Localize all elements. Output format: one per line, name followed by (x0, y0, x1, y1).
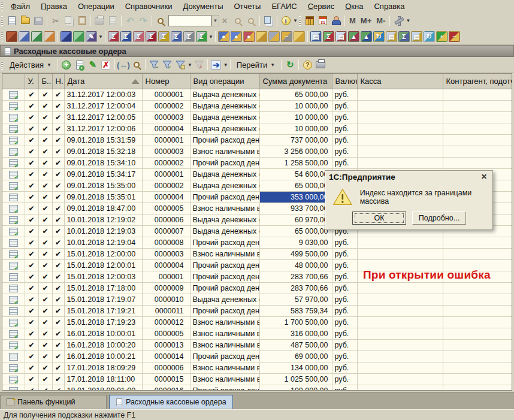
cell-num[interactable]: 0000002 (142, 180, 190, 191)
set-date-interval-icon[interactable]: (↔) (117, 59, 129, 71)
cell-amt[interactable]: 316 000,00 (259, 328, 332, 339)
sigma-person-blue-icon[interactable]: Σ (120, 31, 132, 42)
calculator-icon[interactable] (304, 15, 316, 27)
cell-type[interactable]: Выдача денежных с... (190, 111, 259, 123)
cell-date[interactable]: 09.01.2018 15:35:01 (64, 191, 142, 203)
cell-date[interactable]: 15.01.2018 12:00:00 (64, 248, 142, 259)
cell-num[interactable]: 0000004 (142, 191, 190, 203)
cell-date[interactable]: 31.12.2017 12:00:03 (64, 89, 142, 100)
cell-type[interactable]: Взнос наличными в ... (190, 316, 259, 328)
toolbar-grip[interactable] (1, 16, 3, 26)
cell-amt[interactable]: 65 000,00 (259, 225, 332, 237)
cell-date[interactable]: 16.01.2018 10:00:01 (64, 328, 142, 339)
table-row[interactable]: ✔✔✔31.12.2017 12:00:030000001Выдача дене… (2, 89, 512, 100)
toolbar-grip[interactable] (1, 60, 3, 70)
cell-type[interactable]: Прочий расход дене... (190, 305, 259, 316)
cell-num[interactable]: 000001 (142, 271, 190, 282)
cell-type[interactable]: Прочий расход дене... (190, 282, 259, 294)
journal-edit-icon-dropdown[interactable]: ▼ (98, 34, 103, 40)
cell-amt[interactable]: 10 000,00 (259, 123, 332, 134)
sigma-chart-red-icon[interactable]: Σ (323, 31, 334, 42)
table-row[interactable]: ✔✔✔15.01.2018 17:19:070000010Выдача дене… (2, 294, 512, 305)
cell-date[interactable]: 15.01.2018 17:19:23 (64, 316, 142, 328)
cell-ctr[interactable] (443, 339, 512, 350)
cell-num[interactable]: 0000016 (142, 385, 190, 391)
cell-amt[interactable]: 69 000,00 (259, 350, 332, 362)
cell-amt[interactable]: 583 759,34 (259, 305, 332, 316)
cell-type[interactable]: Выдача денежных с... (190, 168, 259, 180)
cell-ctr[interactable] (443, 123, 512, 134)
cell-kassa[interactable] (357, 305, 443, 316)
sigma-doc-blue-icon[interactable]: Σ (171, 31, 182, 42)
actions-menu-button[interactable]: Действия▼ (5, 59, 56, 71)
memory-subtract-button[interactable]: M- (374, 16, 388, 25)
cell-ctr[interactable] (443, 316, 512, 328)
cell-num[interactable]: 0000010 (142, 294, 190, 305)
add-coins-icon[interactable]: + (436, 31, 448, 42)
column-currency[interactable]: Валюта (332, 74, 357, 89)
cell-num[interactable]: 0000011 (142, 305, 190, 316)
cell-date[interactable]: 31.12.2017 12:00:04 (64, 100, 142, 111)
cell-cur[interactable]: руб. (332, 111, 357, 123)
cell-date[interactable]: 09.01.2018 15:32:18 (64, 146, 142, 157)
user-settings-icon[interactable] (330, 15, 342, 27)
payroll-sheet-icon[interactable] (73, 31, 84, 42)
cell-num[interactable]: 0000009 (142, 282, 190, 294)
menu-item-документы[interactable]: Документы (177, 1, 228, 12)
cell-type[interactable]: Взнос наличными в ... (190, 373, 259, 385)
table-row[interactable]: ✔✔✔15.01.2018 12:00:000000003Взнос налич… (2, 248, 512, 259)
sigma-check-green-icon-dropdown[interactable]: ▼ (208, 34, 213, 40)
cell-amt[interactable]: 737 000,00 (259, 134, 332, 146)
cell-kassa[interactable] (357, 339, 443, 350)
cell-cur[interactable]: руб. (332, 350, 357, 362)
cell-num[interactable]: 0000003 (142, 248, 190, 259)
table-row[interactable]: ✔✔✔15.01.2018 17:18:000000009Прочий расх… (2, 282, 512, 294)
sigma-person-red-icon[interactable]: Σ (108, 31, 119, 42)
print-form-blue-icon[interactable] (19, 31, 30, 42)
cell-cur[interactable]: руб. (332, 316, 357, 328)
cell-kassa[interactable] (357, 316, 443, 328)
toolbar-grip[interactable] (1, 2, 3, 11)
cell-kassa[interactable] (357, 134, 443, 146)
column-number[interactable]: Номер (142, 74, 190, 89)
cell-type[interactable]: Взнос наличными в ... (190, 362, 259, 373)
cell-amt[interactable]: 48 000,00 (259, 259, 332, 271)
copy-icon[interactable] (63, 15, 75, 27)
sigma-journal-icon[interactable]: Σ (183, 31, 195, 42)
windows-icon[interactable] (262, 15, 274, 27)
column-operation-type[interactable]: Вид операции (190, 74, 259, 89)
column-contragent[interactable]: Контрагент, подотче... (443, 74, 512, 89)
column-amount[interactable]: Сумма документа (259, 74, 332, 89)
sigma-person-pink-icon[interactable]: Σ (133, 31, 144, 42)
sigma-flag-yellow-icon[interactable]: Σ (158, 31, 170, 42)
menu-item-файл[interactable]: Файл (5, 1, 35, 12)
column-date[interactable]: Дата (64, 74, 142, 89)
print-button[interactable] (93, 15, 105, 27)
cell-num[interactable]: 0000004 (142, 259, 190, 271)
table-row[interactable]: ✔✔✔31.12.2017 12:00:050000003Выдача дене… (2, 111, 512, 123)
cell-kassa[interactable] (357, 146, 443, 157)
cell-num[interactable]: 0000002 (142, 100, 190, 111)
cell-amt[interactable]: 10 000,00 (259, 100, 332, 111)
open-button[interactable] (19, 15, 31, 27)
cell-num[interactable]: 0000005 (142, 203, 190, 214)
column-deletion-mark[interactable]: У. (25, 74, 38, 89)
cell-kassa[interactable] (357, 362, 443, 373)
menu-item-окна[interactable]: Окна (340, 1, 368, 12)
cell-cur[interactable]: руб. (332, 271, 357, 282)
menu-item-правка[interactable]: Правка (35, 1, 72, 12)
cell-amt[interactable]: 283 700,66 (259, 282, 332, 294)
output-list-icon[interactable]: ➔ (210, 59, 222, 71)
cell-ctr[interactable] (443, 89, 512, 100)
cell-amt[interactable]: 283 700,66 (259, 271, 332, 282)
details-button[interactable]: Подробно... (412, 211, 466, 225)
column-kassa[interactable]: Касса (357, 74, 443, 89)
table-row[interactable]: ✔✔✔09.01.2018 15:31:590000001Прочий расх… (2, 134, 512, 146)
cell-cur[interactable]: руб. (332, 157, 357, 168)
chart-cube-blue-icon[interactable]: ▲ (361, 31, 372, 42)
cell-type[interactable]: Выдача денежных с... (190, 225, 259, 237)
menu-item-егаис[interactable]: ЕГАИС (266, 1, 302, 12)
clear-filter-icon[interactable]: ✗ (193, 59, 205, 71)
undo-icon[interactable]: ↶ (124, 15, 136, 27)
cell-type[interactable]: Выдача денежных с... (190, 214, 259, 225)
